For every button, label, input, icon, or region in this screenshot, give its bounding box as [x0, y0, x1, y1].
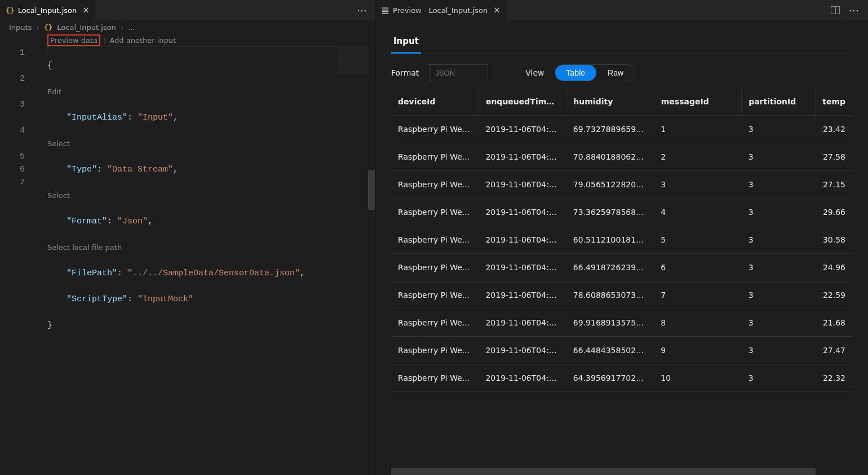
cell-enqueued: 2019-11-06T04:2... — [479, 337, 566, 364]
cell-temp: 21.68 — [816, 309, 853, 337]
cell-messageId: 7 — [654, 282, 741, 309]
col-messageId[interactable]: messageId — [654, 88, 741, 116]
cell-humidity: 69.91689135752... — [566, 309, 654, 337]
hint-edit[interactable]: Edit — [47, 85, 375, 98]
preview-tab-row: Preview - Local_Input.json × ⋯ — [375, 0, 868, 20]
cell-deviceId: Raspberry Pi We... — [391, 199, 479, 226]
view-table-button[interactable]: Table — [555, 65, 596, 81]
close-icon[interactable]: × — [82, 5, 90, 15]
col-humidity[interactable]: humidity — [566, 88, 654, 116]
code-editor[interactable]: 1 2 3 4 5 6 7 { Edit "InputAlias": "Inpu… — [0, 46, 375, 475]
cell-enqueued: 2019-11-06T04:2... — [479, 199, 566, 226]
code-content[interactable]: { Edit "InputAlias": "Input", Select "Ty… — [47, 46, 375, 358]
cell-messageId: 2 — [654, 143, 741, 171]
split-editor-icon[interactable] — [831, 6, 840, 14]
cell-humidity: 79.0565122820593 — [566, 171, 654, 199]
cell-temp: 27.58 — [816, 143, 853, 171]
cell-deviceId: Raspberry Pi We... — [391, 337, 479, 364]
hint-select-type[interactable]: Select — [47, 137, 375, 150]
data-grid: deviceId enqueuedTime... humidity messag… — [391, 88, 852, 392]
preview-inner-tabs: Input — [391, 30, 852, 54]
cell-temp: 22.59 — [816, 282, 853, 309]
tab-title: Local_Input.json — [18, 6, 77, 15]
cell-deviceId: Raspberry Pi We... — [391, 143, 479, 171]
cell-partitionId: 3 — [742, 116, 816, 143]
cell-deviceId: Raspberry Pi We... — [391, 116, 479, 143]
table-row[interactable]: Raspberry Pi We...2019-11-06T04:2...66.4… — [391, 337, 852, 364]
cell-temp: 30.58 — [816, 226, 853, 254]
cell-partitionId: 3 — [742, 337, 816, 364]
scroll-thumb[interactable] — [391, 468, 816, 475]
table-row[interactable]: Raspberry Pi We...2019-11-06T04:2...64.3… — [391, 364, 852, 392]
cell-partitionId: 3 — [742, 171, 816, 199]
tab-preview[interactable]: Preview - Local_Input.json × — [375, 0, 506, 20]
cell-humidity: 66.49187262399... — [566, 254, 654, 282]
col-temp[interactable]: temp — [816, 88, 853, 116]
more-icon[interactable]: ⋯ — [849, 5, 860, 16]
hint-select-format[interactable]: Select — [47, 189, 375, 202]
col-deviceId[interactable]: deviceId — [391, 88, 479, 116]
cell-messageId: 4 — [654, 199, 741, 226]
breadcrumb-file[interactable]: Local_Input.json — [57, 23, 116, 32]
cell-enqueued: 2019-11-06T04:2... — [479, 282, 566, 309]
cell-enqueued: 2019-11-06T04:2... — [479, 309, 566, 337]
cell-messageId: 5 — [654, 226, 741, 254]
cell-messageId: 8 — [654, 309, 741, 337]
cell-partitionId: 3 — [742, 254, 816, 282]
cell-enqueued: 2019-11-06T04:2... — [479, 143, 566, 171]
cell-deviceId: Raspberry Pi We... — [391, 226, 479, 254]
cell-humidity: 78.60886530735... — [566, 282, 654, 309]
format-input[interactable] — [429, 64, 488, 81]
col-enqueuedTime[interactable]: enqueuedTime... — [479, 88, 566, 116]
cell-messageId: 10 — [654, 364, 741, 392]
cell-humidity: 73.36259785682... — [566, 199, 654, 226]
cell-deviceId: Raspberry Pi We... — [391, 254, 479, 282]
cell-partitionId: 3 — [742, 282, 816, 309]
cell-messageId: 3 — [654, 171, 741, 199]
editor-tab-row: {} Local_Input.json × ⋯ — [0, 0, 375, 20]
table-row[interactable]: Raspberry Pi We...2019-11-06T04:2...60.5… — [391, 226, 852, 254]
cell-enqueued: 2019-11-06T04:2... — [479, 171, 566, 199]
more-icon[interactable]: ⋯ — [357, 5, 368, 16]
chevron-right-icon: › — [36, 23, 39, 32]
cell-temp: 27.15 — [816, 171, 853, 199]
cell-humidity: 66.4484358502758 — [566, 337, 654, 364]
cell-humidity: 69.73278896591... — [566, 116, 654, 143]
cell-deviceId: Raspberry Pi We... — [391, 282, 479, 309]
breadcrumb[interactable]: Inputs › {} Local_Input.json › ... — [0, 20, 375, 34]
table-row[interactable]: Raspberry Pi We...2019-11-06T04:2...73.3… — [391, 199, 852, 226]
close-icon[interactable]: × — [493, 5, 501, 15]
add-input-link[interactable]: Add another input — [109, 36, 176, 45]
cell-deviceId: Raspberry Pi We... — [391, 364, 479, 392]
table-row[interactable]: Raspberry Pi We...2019-11-06T04:2...69.7… — [391, 116, 852, 143]
preview-controls: Format View Table Raw — [391, 64, 852, 81]
cell-deviceId: Raspberry Pi We... — [391, 171, 479, 199]
line-gutter: 1 2 3 4 5 6 7 — [0, 46, 34, 189]
data-grid-wrap: deviceId enqueuedTime... humidity messag… — [391, 88, 852, 465]
table-row[interactable]: Raspberry Pi We...2019-11-06T04:2...69.9… — [391, 309, 852, 337]
cell-deviceId: Raspberry Pi We... — [391, 309, 479, 337]
cell-enqueued: 2019-11-06T04:2... — [479, 254, 566, 282]
tab-local-input[interactable]: {} Local_Input.json × — [0, 0, 95, 20]
codelens-row: Preview data | Add another input — [0, 34, 375, 46]
table-row[interactable]: Raspberry Pi We...2019-11-06T04:2...79.0… — [391, 171, 852, 199]
hint-filepath[interactable]: Select local file path — [47, 241, 375, 254]
table-row[interactable]: Raspberry Pi We...2019-11-06T04:2...70.8… — [391, 143, 852, 171]
tab-input[interactable]: Input — [391, 30, 421, 54]
breadcrumb-root[interactable]: Inputs — [9, 23, 32, 32]
view-raw-button[interactable]: Raw — [596, 65, 635, 81]
cell-temp: 27.47 — [816, 337, 853, 364]
scrollbar-vertical[interactable] — [860, 20, 868, 475]
preview-data-link[interactable]: Preview data — [47, 34, 100, 46]
preview-body: Input Format View Table Raw deviceId enq… — [375, 20, 868, 475]
scrollbar-horizontal[interactable] — [391, 468, 852, 475]
table-row[interactable]: Raspberry Pi We...2019-11-06T04:2...78.6… — [391, 282, 852, 309]
col-partitionId[interactable]: partitionId — [742, 88, 816, 116]
cell-humidity: 60.51121001817... — [566, 226, 654, 254]
cell-messageId: 9 — [654, 337, 741, 364]
table-row[interactable]: Raspberry Pi We...2019-11-06T04:2...66.4… — [391, 254, 852, 282]
cell-messageId: 1 — [654, 116, 741, 143]
separator: | — [104, 36, 106, 45]
json-file-icon: {} — [6, 6, 15, 15]
breadcrumb-tail[interactable]: ... — [128, 23, 135, 32]
